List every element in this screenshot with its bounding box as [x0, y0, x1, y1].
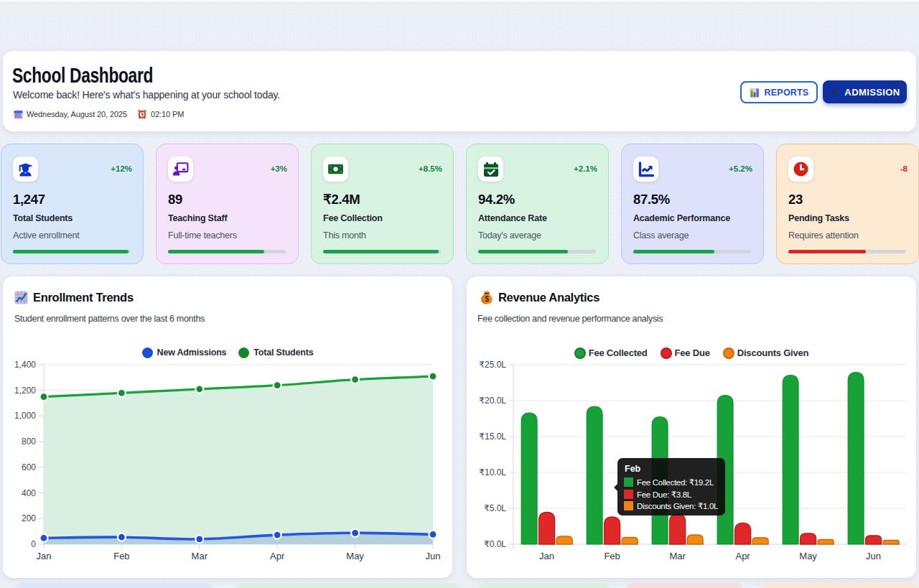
svg-text:₹10.0L: ₹10.0L	[479, 467, 506, 477]
svg-text:1,200: 1,200	[14, 386, 36, 396]
svg-text:1,400: 1,400	[14, 360, 36, 370]
svg-text:May: May	[346, 551, 364, 561]
svg-text:Jun: Jun	[866, 551, 881, 561]
svg-text:Feb: Feb	[604, 551, 620, 561]
svg-text:0: 0	[31, 539, 36, 549]
svg-text:200: 200	[22, 513, 36, 523]
svg-text:Jan: Jan	[37, 551, 52, 561]
svg-text:₹5.0L: ₹5.0L	[484, 503, 506, 513]
svg-text:400: 400	[22, 488, 36, 498]
svg-text:Jan: Jan	[539, 551, 554, 561]
svg-text:Mar: Mar	[669, 551, 686, 561]
svg-text:600: 600	[22, 462, 36, 472]
svg-text:₹25.0L: ₹25.0L	[479, 360, 506, 370]
svg-text:Apr: Apr	[270, 551, 285, 561]
svg-text:Feb: Feb	[113, 551, 129, 561]
svg-text:May: May	[799, 551, 817, 561]
svg-text:Mar: Mar	[192, 551, 208, 561]
svg-text:Jun: Jun	[426, 551, 441, 561]
svg-text:Apr: Apr	[735, 551, 750, 561]
svg-text:₹0.0L: ₹0.0L	[484, 539, 506, 549]
svg-text:1,000: 1,000	[14, 411, 36, 421]
svg-text:₹20.0L: ₹20.0L	[479, 396, 506, 406]
svg-text:₹15.0L: ₹15.0L	[479, 431, 506, 442]
svg-text:800: 800	[22, 437, 36, 447]
